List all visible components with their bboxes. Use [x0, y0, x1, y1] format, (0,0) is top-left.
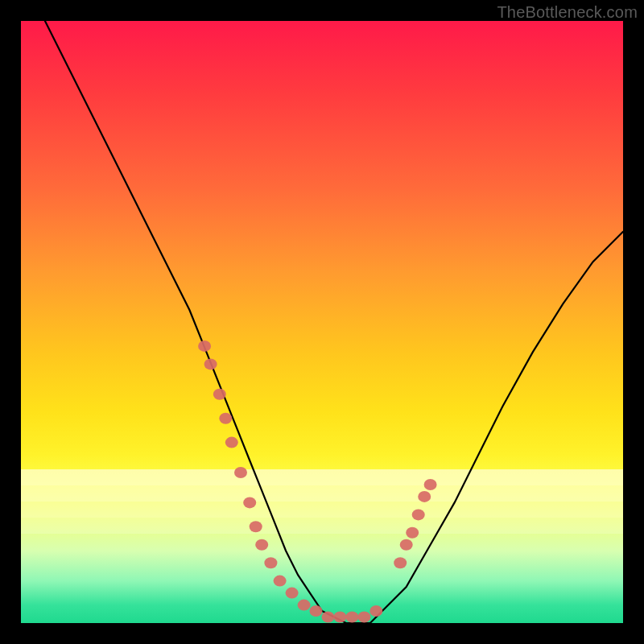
- marker-dot: [219, 413, 232, 424]
- marker-dot: [234, 467, 247, 478]
- marker-dot: [274, 576, 287, 587]
- marker-dot: [424, 479, 437, 490]
- marker-dot: [394, 557, 407, 568]
- marker-dot: [213, 389, 226, 400]
- bottleneck-curve: [45, 21, 623, 623]
- marker-dot: [286, 588, 299, 599]
- marker-dot: [333, 612, 346, 623]
- marker-dot: [406, 527, 419, 539]
- marker-dot: [198, 341, 211, 352]
- marker-dot: [412, 509, 425, 520]
- marker-dot: [250, 521, 262, 532]
- marker-dot: [204, 358, 217, 369]
- marker-dot: [310, 605, 323, 617]
- marker-dot: [243, 497, 256, 508]
- marker-dot: [264, 557, 277, 568]
- marker-dot: [255, 539, 268, 551]
- marker-dot: [418, 491, 431, 502]
- marker-dot: [400, 539, 413, 551]
- marker-dot: [345, 612, 358, 623]
- chart-frame: TheBottleneck.com: [0, 0, 644, 644]
- marker-dots: [198, 341, 436, 623]
- marker-dot: [357, 612, 370, 623]
- watermark-text: TheBottleneck.com: [497, 3, 638, 22]
- marker-dot: [369, 605, 382, 617]
- marker-dot: [298, 600, 311, 611]
- curve-layer: [21, 21, 623, 623]
- marker-dot: [225, 437, 238, 448]
- marker-dot: [322, 612, 335, 623]
